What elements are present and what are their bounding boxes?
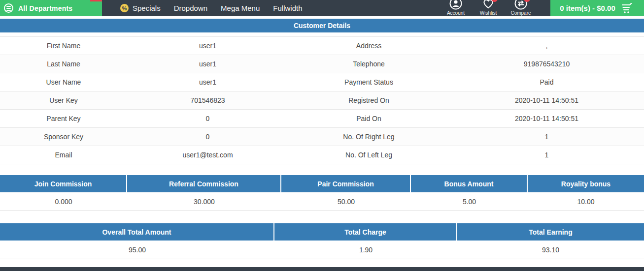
field-value: user1 (127, 42, 288, 50)
field-value: 1 (449, 151, 644, 159)
commission-header-row: Join Commission Referral Commission Pair… (0, 175, 644, 192)
menu-item-mega-menu[interactable]: Mega Menu (221, 4, 260, 12)
table-row: User Key 701546823 Registred On 2020-10-… (0, 91, 644, 110)
field-value: user1@test.com (127, 151, 288, 159)
all-departments-label: All Departments (18, 4, 72, 12)
header-icon-group: Account Wishlist Compare (443, 0, 550, 16)
column-header: Total Charge (274, 223, 457, 241)
menu-item-label: Mega Menu (221, 4, 260, 12)
field-value: 919876543210 (449, 60, 644, 68)
column-header: Total Earning (457, 223, 644, 241)
field-label: Telephone (288, 60, 449, 68)
commission-value: 10.00 (528, 192, 644, 211)
field-label: Paid On (288, 115, 449, 122)
field-label: Sponsor Key (0, 133, 127, 141)
column-header: Overall Total Amount (0, 223, 274, 241)
cart-summary: 0 item(s) - $0.00 (560, 4, 615, 12)
menu-item-label: Dropdown (174, 4, 207, 12)
total-value: 95.00 (0, 241, 274, 259)
field-value: 1 (449, 133, 644, 141)
menu-item-label: Specials (133, 4, 161, 12)
field-value: 0 (127, 133, 288, 141)
column-header: Pair Commission (281, 175, 411, 192)
menu-item-specials[interactable]: % Specials (120, 4, 161, 12)
top-navigation: All Departments % Specials Dropdown Mega… (0, 0, 644, 16)
field-label: No. Of Left Leg (288, 151, 449, 159)
field-label: Address (288, 42, 449, 50)
field-label: User Name (0, 78, 127, 86)
field-value: user1 (127, 60, 288, 68)
cart-button[interactable]: 0 item(s) - $0.00 (550, 0, 644, 16)
column-header: Bonus Amount (411, 175, 528, 192)
column-header: Referral Commission (127, 175, 281, 192)
account-label: Account (447, 10, 465, 16)
field-label: Email (0, 151, 127, 159)
field-label: Parent Key (0, 115, 127, 122)
menu-item-fullwidth[interactable]: Fullwidth (273, 4, 302, 12)
compare-label: Compare (510, 10, 531, 16)
totals-header-row: Overall Total Amount Total Charge Total … (0, 223, 644, 241)
total-value: 1.90 (274, 241, 457, 259)
field-value: 701546823 (127, 96, 288, 104)
customer-details-table: First Name user1 Address , Last Name use… (0, 36, 644, 164)
account-button[interactable]: Account (443, 0, 469, 16)
cut-notification-badge (90, 0, 102, 1)
commission-table: Join Commission Referral Commission Pair… (0, 175, 644, 211)
column-header: Royality bonus (528, 175, 644, 192)
field-value: 0 (127, 115, 288, 122)
wishlist-button[interactable]: Wishlist (475, 0, 501, 16)
table-row: Email user1@test.com No. Of Left Leg 1 (0, 146, 644, 164)
field-label: Last Name (0, 60, 127, 68)
field-value: 2020-10-11 14:50:51 (449, 96, 644, 104)
table-row: Last Name user1 Telephone 919876543210 (0, 55, 644, 73)
hamburger-menu-icon (4, 3, 13, 13)
field-label: First Name (0, 42, 127, 50)
field-value: Paid (449, 78, 644, 86)
field-label: No. Of Right Leg (288, 133, 449, 141)
all-departments-button[interactable]: All Departments (0, 0, 102, 16)
field-label: Payment Status (288, 78, 449, 86)
menu-item-label: Fullwidth (273, 4, 302, 12)
commission-value: 50.00 (281, 192, 411, 211)
table-row: First Name user1 Address , (0, 37, 644, 55)
commission-value-row: 0.000 30.000 50.00 5.00 10.00 (0, 192, 644, 211)
totals-table: Overall Total Amount Total Charge Total … (0, 223, 644, 259)
wishlist-label: Wishlist (480, 10, 497, 16)
field-value: 2020-10-11 14:50:51 (449, 115, 644, 122)
commission-value: 0.000 (0, 192, 127, 211)
table-row: Sponsor Key 0 No. Of Right Leg 1 (0, 128, 644, 146)
field-value: user1 (127, 78, 288, 86)
percent-icon: % (120, 4, 129, 12)
total-value: 93.10 (457, 241, 644, 259)
main-menu: % Specials Dropdown Mega Menu Fullwidth (102, 0, 302, 16)
account-icon (449, 0, 462, 10)
field-label: Registred On (288, 96, 449, 104)
field-label: User Key (0, 96, 127, 104)
table-row: User Name user1 Payment Status Paid (0, 73, 644, 91)
totals-value-row: 95.00 1.90 93.10 (0, 241, 644, 259)
compare-button[interactable]: Compare (508, 0, 534, 16)
footer-bar (0, 267, 644, 271)
table-row: Parent Key 0 Paid On 2020-10-11 14:50:51 (0, 110, 644, 128)
menu-item-dropdown[interactable]: Dropdown (174, 4, 207, 12)
column-header: Join Commission (0, 175, 127, 192)
customer-details-header: Customer Details (0, 19, 644, 32)
commission-value: 5.00 (411, 192, 528, 211)
cart-icon (621, 3, 635, 14)
field-value: , (449, 42, 644, 50)
commission-value: 30.000 (127, 192, 281, 211)
customer-details-title: Customer Details (294, 22, 350, 30)
